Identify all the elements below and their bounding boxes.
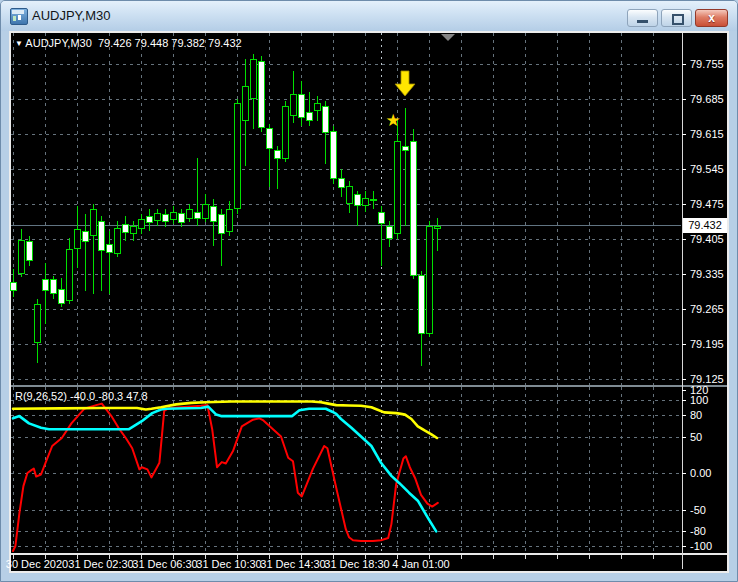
candle-body (194, 212, 201, 219)
candle-body (138, 219, 145, 229)
price-tick (682, 99, 686, 100)
candle-body (58, 289, 65, 304)
indicator-tick (682, 400, 686, 401)
candle-body (74, 229, 81, 249)
sell-arrow-icon (391, 69, 419, 99)
title-bar[interactable]: AUDJPY,M30 x (1, 1, 737, 31)
candle-wick (437, 218, 438, 251)
candle-body (362, 198, 369, 206)
price-axis[interactable]: 79.75579.68579.61579.54579.47579.40579.3… (682, 33, 727, 385)
candle-body (434, 226, 441, 229)
candle-body (274, 150, 281, 159)
current-price-tag: 79.432 (683, 218, 727, 233)
close-icon: x (696, 11, 727, 25)
time-tick (525, 555, 526, 559)
candle-body (10, 282, 17, 292)
candle-body (314, 103, 321, 111)
candle-wick (405, 108, 406, 226)
price-tick (682, 379, 686, 380)
candle-body (114, 228, 121, 254)
candle-body (202, 204, 209, 219)
indicator-tick (682, 510, 686, 511)
indicator-label: 100 (690, 395, 708, 406)
time-axis[interactable]: 30 Dec 202031 Dec 02:3031 Dec 06:3031 De… (11, 555, 727, 571)
time-label[interactable]: 31 Dec 10:30 (196, 558, 261, 570)
candle-body (338, 178, 345, 188)
indicator-axis[interactable]: 12010080500.00-50-80-100 (682, 387, 727, 553)
candle-body (330, 131, 337, 179)
price-tick (682, 134, 686, 135)
time-label[interactable]: 31 Dec 18:30 (324, 558, 389, 570)
price-tick (682, 309, 686, 310)
candle-body (266, 128, 273, 149)
indicator-label: 80 (690, 410, 702, 421)
candle-body (146, 216, 153, 223)
indicator-tick (682, 415, 686, 416)
time-tick (493, 555, 494, 559)
time-tick (621, 555, 622, 559)
indicator-line-r-fast-red (13, 404, 438, 551)
price-label: 79.685 (690, 94, 724, 105)
minimize-button[interactable] (627, 9, 658, 27)
indicator-tick (682, 437, 686, 438)
price-label: 79.195 (690, 339, 724, 350)
price-label: 79.615 (690, 129, 724, 140)
indicator-label: R(9,26,52) -40.0 -80.3 47.8 (15, 390, 148, 402)
price-tick (682, 239, 686, 240)
indicator-label: -80 (690, 526, 706, 537)
candle-body (122, 224, 129, 233)
candle-body (402, 146, 409, 151)
time-label[interactable]: 31 Dec 02:30 (68, 558, 133, 570)
candle-body (290, 94, 297, 116)
indicator-line-r-mid-cyan (13, 407, 436, 532)
candle-body (226, 209, 233, 232)
price-label: 79.405 (690, 234, 724, 245)
candle-body (418, 275, 425, 334)
time-tick (557, 555, 558, 559)
candle-body (410, 141, 417, 276)
candle-body (258, 61, 265, 128)
time-tick (589, 555, 590, 559)
price-label: 79.265 (690, 304, 724, 315)
candle-body (90, 209, 97, 236)
candle-body (394, 141, 401, 234)
time-label[interactable]: 31 Dec 14:30 (260, 558, 325, 570)
time-label[interactable]: 31 Dec 06:30 (132, 558, 197, 570)
candle-body (18, 240, 25, 274)
candle-body (234, 103, 241, 209)
chart-shift-marker-icon[interactable] (441, 34, 455, 41)
close-button[interactable]: x (695, 9, 728, 27)
candle-body (106, 244, 113, 253)
candle-body (282, 106, 289, 159)
price-tick (682, 274, 686, 275)
candle-body (306, 112, 313, 121)
chart-icon (10, 8, 28, 25)
time-label[interactable]: 30 Dec 2020 (6, 558, 68, 570)
time-tick (461, 555, 462, 559)
indicator-tick (682, 390, 686, 391)
candle-body (386, 226, 393, 239)
time-label[interactable]: 4 Jan 01:00 (392, 558, 450, 570)
main-price-pane[interactable]: ★ (11, 33, 681, 385)
price-label: 79.545 (690, 164, 724, 175)
indicator-pane[interactable] (11, 387, 681, 553)
candle-body (218, 214, 225, 234)
indicator-tick (682, 531, 686, 532)
candle-wick (85, 214, 86, 291)
star-icon: ★ (382, 112, 404, 129)
restore-button[interactable] (661, 9, 692, 27)
candle-body (250, 59, 257, 99)
candle-body (210, 206, 217, 222)
candle-body (98, 221, 105, 251)
chart-area[interactable]: ★ 79.75579.68579.61579.54579.47579.40579… (9, 31, 729, 573)
candle-body (242, 86, 249, 121)
candle-body (426, 226, 433, 334)
time-tick (653, 555, 654, 559)
indicator-tick (682, 546, 686, 547)
indicator-label: -100 (690, 541, 712, 552)
candle-body (370, 199, 377, 201)
symbol-dropdown-icon[interactable]: ▼ (15, 39, 23, 48)
candle-body (186, 209, 193, 219)
candle-body (26, 241, 33, 261)
price-label: 79.475 (690, 199, 724, 210)
